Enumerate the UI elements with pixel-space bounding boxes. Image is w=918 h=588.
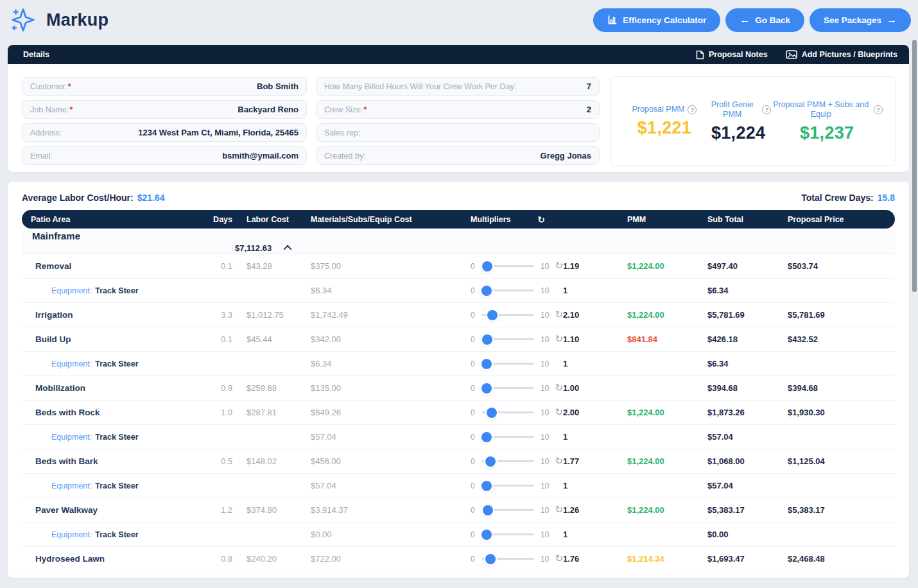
row-name: Track Steer [95,359,138,368]
sub-total-value: $5,781.69 [707,310,745,320]
help-icon[interactable]: ? [874,105,883,114]
proposal-notes-button[interactable]: Proposal Notes [696,50,768,60]
multiplier-slider[interactable] [481,265,534,267]
days-value: 3.3 [212,310,235,320]
sparkle-logo-icon [9,6,37,34]
customer-field[interactable]: Customer:* Bob Smith [22,77,307,96]
slider-thumb[interactable] [487,408,497,418]
help-icon[interactable]: ? [762,105,771,114]
labor-cost-value: $148.02 [235,456,311,466]
slider-thumb[interactable] [485,456,496,467]
proposal-price-value: $432.52 [788,334,818,344]
slider-thumb[interactable] [481,432,492,442]
sales-rep-field[interactable]: Sales rep:* [316,123,600,142]
multiplier-value: 1.77 [563,456,579,466]
slider-max-label: 10 [541,457,549,466]
table-row: Hydroseed Lawn 0.8 $240.20 $722.00 0 10 … [22,547,895,571]
slider-min-label: 0 [471,457,475,466]
multiplier-slider[interactable] [481,436,534,438]
multiplier-slider[interactable] [481,533,534,535]
refresh-icon[interactable]: ↻ [555,456,563,466]
slider-thumb[interactable] [485,554,496,564]
row-name: Beds with Bark [35,456,98,466]
equipment-label: Equipment: [51,286,92,295]
multiplier-slider[interactable] [481,314,534,316]
slider-thumb[interactable] [481,530,492,540]
pmm-value: $1,224.00 [627,505,664,515]
materials-cost-value: $0.00 [311,530,449,539]
crew-size-field[interactable]: Crew Size:* 2 [316,100,600,119]
collapse-chevron-icon[interactable] [284,245,292,253]
labor-cost-value: $1,012.75 [235,310,311,320]
refresh-all-icon[interactable]: ↻ [537,215,545,224]
proposal-price-value: $5,383.17 [788,505,825,515]
group-row[interactable]: Mainframe $7,112.63 [22,230,895,254]
job-name-field[interactable]: Job Name:* Backyard Reno [22,100,307,119]
table-row: Equipment:Track Steer $57.04 0 10 ↻ 1 $5… [22,474,895,498]
multiplier-slider[interactable] [481,460,534,462]
proposal-price-value: $394.68 [788,383,818,393]
refresh-icon[interactable]: ↻ [555,554,563,564]
slider-min-label: 0 [471,433,475,442]
multiplier-slider[interactable] [481,509,534,511]
address-field[interactable]: Address:* 1234 West Pam Ct, Miami, Flori… [22,123,307,142]
multiplier-slider[interactable] [481,558,534,560]
vertical-scrollbar[interactable] [912,40,917,292]
help-icon[interactable]: ? [688,105,697,114]
slider-max-label: 10 [541,408,549,417]
slider-min-label: 0 [471,262,475,271]
billed-hours-field[interactable]: How Many Billed Hours Will Your Crew Wor… [316,77,600,96]
slider-thumb[interactable] [481,286,492,296]
multiplier-slider[interactable] [481,485,534,487]
days-value: 1.2 [212,505,235,515]
row-name: Track Steer [95,530,138,539]
days-value: 0.1 [212,334,235,344]
refresh-icon[interactable]: ↻ [555,334,563,344]
multiplier-slider[interactable] [481,290,534,291]
multiplier-slider[interactable] [481,338,534,340]
refresh-icon[interactable]: ↻ [555,408,563,417]
slider-thumb[interactable] [487,310,498,320]
sub-total-value: $57.04 [707,481,733,490]
required-asterisk: * [68,82,71,91]
multiplier-value: 1.26 [563,505,579,515]
add-pictures-button[interactable]: Add Pictures / Blueprints [786,50,897,60]
details-bar: Details Proposal Notes Add Pictures / Bl… [8,45,909,64]
required-asterisk: * [69,105,73,114]
see-packages-button[interactable]: See Packages → [810,8,911,32]
go-back-button[interactable]: ← Go Back [725,8,804,32]
created-by-field[interactable]: Created by:* Gregg Jonas [316,146,600,165]
table-row: Equipment:Track Steer $6.34 0 10 ↻ 1 $6.… [22,279,895,303]
slider-thumb[interactable] [481,359,492,369]
slider-thumb[interactable] [483,505,493,515]
slider-thumb[interactable] [481,383,492,393]
slider-max-label: 10 [541,286,549,295]
multiplier-slider[interactable] [481,387,534,389]
refresh-icon[interactable]: ↻ [555,505,563,515]
efficiency-calculator-button[interactable]: Efficency Calculator [593,8,720,32]
proposal-price-value: $5,781.69 [788,310,825,320]
page-title: Markup [46,10,108,30]
materials-cost-value: $342.00 [311,334,449,344]
refresh-icon[interactable]: ↻ [555,310,563,320]
refresh-icon[interactable]: ↻ [555,383,563,393]
col-proposal-price: Proposal Price [788,215,895,224]
slider-thumb[interactable] [482,261,492,272]
sub-total-value: $426.18 [707,334,738,344]
refresh-icon[interactable]: ↻ [555,261,563,271]
slider-thumb[interactable] [482,334,492,345]
sub-total-value: $6.34 [707,359,729,368]
details-bar-title: Details [23,50,49,59]
table-row: Beds with Bark 0.5 $148.02 $456.00 0 10 … [22,449,895,474]
table-row: Beds with Rock 1.0 $287.81 $649.26 0 10 … [22,401,895,425]
slider-thumb[interactable] [481,481,492,491]
profit-genie-pmm-value: $1,224 [711,123,765,143]
multiplier-slider[interactable] [481,411,534,413]
job-name-value: Backyard Reno [238,105,299,114]
sub-total-value: $394.68 [707,383,738,393]
multiplier-slider[interactable] [481,363,534,365]
email-field[interactable]: Email:* bsmith@ymail.com [22,146,307,165]
row-name: Track Steer [95,433,138,442]
details-form: Customer:* Bob Smith Job Name:* Backyard… [8,64,909,172]
slider-max-label: 10 [541,359,549,368]
